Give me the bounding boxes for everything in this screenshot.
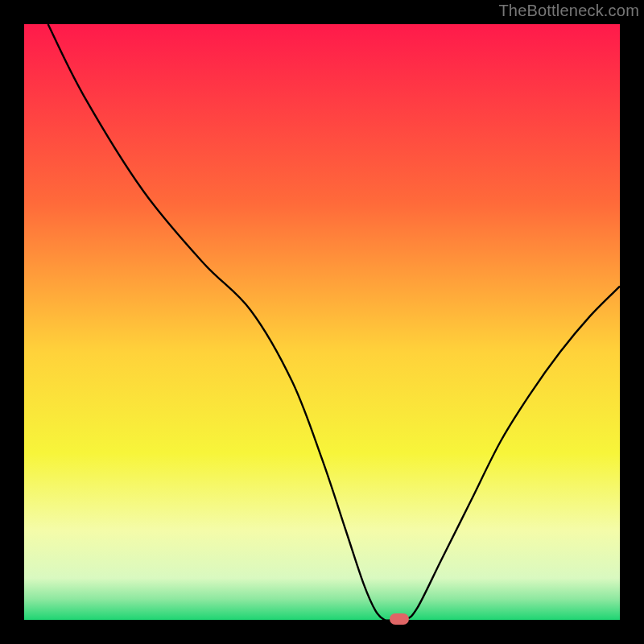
chart-frame: TheBottleneck.com <box>0 0 644 644</box>
watermark-text: TheBottleneck.com <box>498 2 639 20</box>
plot-svg <box>24 24 620 620</box>
gradient-background <box>24 24 620 620</box>
plot-area <box>24 24 620 620</box>
minimum-marker <box>390 613 409 625</box>
